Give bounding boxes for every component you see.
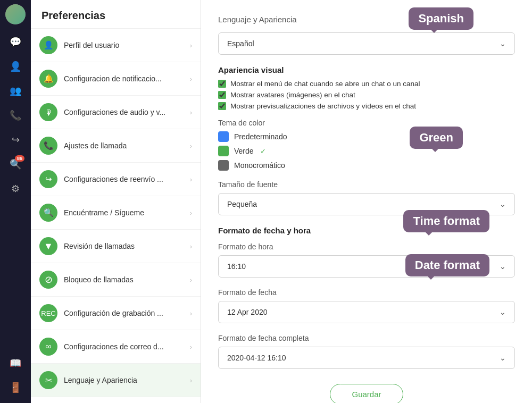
sidebar-item-audio[interactable]: 🎙 Configuraciones de audio y v... › xyxy=(31,96,201,129)
checkbox-item-0[interactable]: Mostrar el menú de chat cuando se abre u… xyxy=(218,80,515,88)
logout-icon-btn[interactable]: 🚪 xyxy=(4,376,27,399)
time-format-label: Formato de hora xyxy=(218,242,515,251)
callblock-icon: ⊘ xyxy=(39,271,57,289)
date-format-dropdown[interactable]: 12 Apr 2020 ⌄ xyxy=(218,301,515,323)
green-swatch xyxy=(218,146,229,156)
chevron-right-icon: › xyxy=(190,175,192,183)
sidebar-title: Preferencias xyxy=(31,0,201,29)
book-icon-btn[interactable]: 📖 xyxy=(4,352,27,374)
chevron-right-icon: › xyxy=(190,242,192,250)
language-icon: ✂ xyxy=(39,371,57,389)
sidebar-label-recording: Configuración de grabación ... xyxy=(64,309,184,317)
color-label-gray: Monocromático xyxy=(234,161,285,170)
gray-swatch xyxy=(218,160,229,171)
callback-icon-btn[interactable]: ↪ xyxy=(4,129,27,151)
sidebar-item-forwarding[interactable]: ↪ Configuraciones de reenvío ... › xyxy=(31,163,201,196)
contacts-icon: 👤 xyxy=(10,61,21,72)
group-icon-btn[interactable]: 👥 xyxy=(4,80,27,102)
checkbox-item-1[interactable]: Mostrar avatares (imágenes) en el chat xyxy=(218,91,515,99)
sidebar-item-callblock[interactable]: ⊘ Bloqueo de llamadas › xyxy=(31,263,201,297)
date-time-heading: Formato de fecha y hora xyxy=(218,226,515,235)
full-date-format-dropdown[interactable]: 2020-04-12 16:10 ⌄ xyxy=(218,347,515,369)
chat-icon-btn[interactable]: 💬 xyxy=(4,31,27,53)
sidebar-item-callreview[interactable]: ▼ Revisión de llamadas › xyxy=(31,230,201,263)
selected-checkmark: ✓ xyxy=(260,147,266,155)
save-button[interactable]: Guardar xyxy=(330,384,403,403)
checkbox-label-2: Mostrar previsualizaciones de archivos y… xyxy=(230,102,416,110)
logout-icon: 🚪 xyxy=(10,382,21,393)
time-format-dropdown[interactable]: 16:10 ⌄ xyxy=(218,255,515,278)
search-icon-btn[interactable]: 🔍 86 xyxy=(4,153,27,175)
profile-icon: 👤 xyxy=(39,36,57,54)
settings-icon: ⚙ xyxy=(11,183,20,195)
checkbox-label-0: Mostrar el menú de chat cuando se abre u… xyxy=(230,80,420,88)
avatar[interactable] xyxy=(5,4,26,24)
color-option-blue[interactable]: Predeterminado xyxy=(218,131,515,142)
main-content: Spanish Green Time format Date format Le… xyxy=(201,0,532,403)
contacts-icon-btn[interactable]: 👤 xyxy=(4,55,27,78)
sidebar-item-findme[interactable]: 🔍 Encuéntrame / Sígueme › xyxy=(31,196,201,230)
chevron-down-icon: ⌄ xyxy=(500,262,506,271)
full-date-format-label: Formato de fecha completa xyxy=(218,334,515,342)
sidebar-item-language[interactable]: ✂ Lenguaje y Apariencia › xyxy=(31,364,201,397)
sidebar-item-calls[interactable]: 📞 Ajustes de llamada › xyxy=(31,129,201,163)
language-dropdown[interactable]: Español ⌄ xyxy=(218,32,515,55)
color-theme-label: Tema de color xyxy=(218,119,515,127)
chevron-right-icon: › xyxy=(190,376,192,384)
settings-icon-btn[interactable]: ⚙ xyxy=(4,178,27,200)
font-size-dropdown[interactable]: Pequeña ⌄ xyxy=(218,193,515,215)
callreview-icon: ▼ xyxy=(39,237,57,255)
chevron-down-icon: ⌄ xyxy=(500,354,506,362)
icon-bar: 💬 👤 👥 📞 ↪ 🔍 86 ⚙ 📖 🚪 xyxy=(0,0,31,403)
sidebar-label-language: Lenguaje y Apariencia xyxy=(64,376,184,384)
chevron-right-icon: › xyxy=(190,276,192,284)
chevron-down-icon: ⌄ xyxy=(500,39,506,48)
phone-icon-btn[interactable]: 📞 xyxy=(4,104,27,127)
sidebar-label-notifications: Configuracion de notificacio... xyxy=(64,74,184,83)
date-format-label: Formato de fecha xyxy=(218,288,515,297)
findme-icon: 🔍 xyxy=(39,204,57,222)
checkbox-input-2[interactable] xyxy=(218,102,226,110)
color-label-blue: Predeterminado xyxy=(234,132,287,141)
checkbox-input-1[interactable] xyxy=(218,91,226,99)
chevron-right-icon: › xyxy=(190,41,192,49)
callback-icon: ↪ xyxy=(12,134,20,146)
chevron-right-icon: › xyxy=(190,209,192,217)
sidebar-item-profile[interactable]: 👤 Perfil del usuario › xyxy=(31,29,201,62)
sidebar-item-email[interactable]: ∞ Configuraciones de correo d... › xyxy=(31,330,201,364)
checkbox-item-2[interactable]: Mostrar previsualizaciones de archivos y… xyxy=(218,102,515,110)
color-label-green: Verde xyxy=(234,147,254,155)
color-options: Predeterminado Verde ✓ Monocromático xyxy=(218,131,515,171)
sidebar-label-profile: Perfil del usuario xyxy=(64,41,184,49)
sidebar-item-integrations[interactable]: ↗ Integraciones › xyxy=(31,397,201,403)
notification-badge: 86 xyxy=(15,155,24,162)
group-icon: 👥 xyxy=(10,85,21,97)
sidebar-item-recording[interactable]: REC Configuración de grabación ... › xyxy=(31,297,201,330)
sidebar-label-findme: Encuéntrame / Sígueme xyxy=(64,208,184,217)
checkbox-group: Mostrar el menú de chat cuando se abre u… xyxy=(218,80,515,110)
language-dropdown-value: Español xyxy=(227,39,254,48)
sidebar-label-audio: Configuraciones de audio y v... xyxy=(64,108,184,116)
sidebar-label-email: Configuraciones de correo d... xyxy=(64,342,184,351)
sidebar-item-notifications[interactable]: 🔔 Configuracion de notificacio... › xyxy=(31,62,201,96)
audio-icon: 🎙 xyxy=(39,103,57,121)
chevron-down-icon: ⌄ xyxy=(500,308,506,316)
sidebar-label-forwarding: Configuraciones de reenvío ... xyxy=(64,175,184,183)
chevron-down-icon: ⌄ xyxy=(500,200,506,208)
color-option-gray[interactable]: Monocromático xyxy=(218,160,515,171)
chat-icon: 💬 xyxy=(10,36,21,48)
full-date-format-value: 2020-04-12 16:10 xyxy=(227,354,286,362)
chevron-right-icon: › xyxy=(190,75,192,83)
sidebar: Preferencias 👤 Perfil del usuario › 🔔 Co… xyxy=(31,0,201,403)
email-icon: ∞ xyxy=(39,338,57,356)
color-option-green[interactable]: Verde ✓ xyxy=(218,146,515,156)
sidebar-label-callreview: Revisión de llamadas xyxy=(64,242,184,250)
checkbox-input-0[interactable] xyxy=(218,80,226,88)
phone-icon: 📞 xyxy=(10,110,21,121)
checkbox-label-1: Mostrar avatares (imágenes) en el chat xyxy=(230,91,355,99)
blue-swatch xyxy=(218,131,229,142)
chevron-right-icon: › xyxy=(190,343,192,351)
font-size-value: Pequeña xyxy=(227,200,257,208)
forwarding-icon: ↪ xyxy=(39,170,57,188)
font-size-label: Tamaño de fuente xyxy=(218,180,515,189)
